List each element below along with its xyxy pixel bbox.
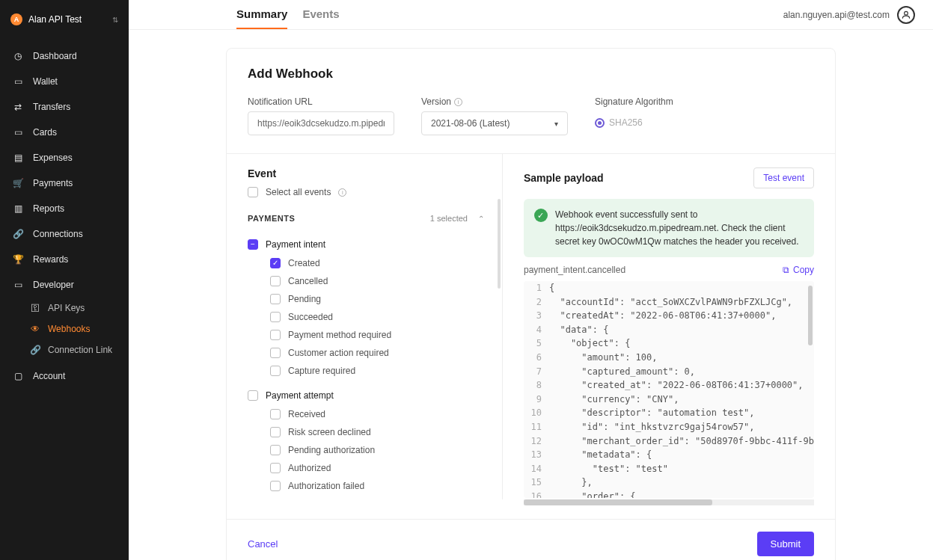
key-icon: ⚿ [30, 303, 40, 313]
line-number: 11 [524, 420, 549, 434]
nav-rewards[interactable]: 🏆Rewards [0, 247, 129, 272]
code-line: 10 "descriptor": "automation test", [524, 406, 814, 420]
line-text: "metadata": { [549, 448, 652, 462]
line-text: "createdAt": "2022-06-08T06:41:37+0000", [549, 309, 776, 323]
event-child: Cancelled [248, 272, 502, 290]
tab-summary[interactable]: Summary [236, 0, 287, 29]
card-icon: ▭ [12, 126, 24, 138]
nav-api-keys[interactable]: ⚿API Keys [0, 298, 129, 319]
event-child: Succeeded [248, 308, 502, 326]
scrollbar[interactable] [808, 286, 813, 345]
line-number: 8 [524, 378, 549, 393]
nav-cards[interactable]: ▭Cards [0, 120, 129, 145]
scrollbar[interactable] [498, 199, 501, 289]
version-select[interactable]: 2021-08-06 (Latest) ▾ [421, 111, 568, 135]
event-child: ✓Created [248, 254, 502, 272]
url-input[interactable] [248, 111, 394, 135]
sig-field: Signature Algorithm SHA256 [595, 96, 673, 135]
event-child-label: Authorization failed [288, 481, 364, 491]
webhook-card: Add Webhook Notification URL Versioni 20… [226, 48, 836, 560]
event-child: Payment method required [248, 326, 502, 344]
submit-button[interactable]: Submit [757, 532, 814, 556]
nav-wallet[interactable]: ▭Wallet [0, 69, 129, 94]
content: Add Webhook Notification URL Versioni 20… [129, 30, 933, 560]
event-child: Authorization failed [248, 477, 502, 495]
info-icon[interactable]: i [454, 98, 462, 106]
line-number: 2 [524, 295, 549, 310]
form-row: Notification URL Versioni 2021-08-06 (La… [227, 96, 835, 154]
sidebar: A Alan API Test ⇅ ◷Dashboard ▭Wallet ⇄Tr… [0, 0, 129, 560]
code-line: 5 "object": { [524, 336, 814, 351]
nav-account[interactable]: ▢Account [0, 363, 129, 389]
payments-section[interactable]: PAYMENTS 1 selected ⌃ [248, 208, 502, 229]
line-text: "order": { [549, 490, 636, 498]
info-icon[interactable]: i [338, 188, 346, 197]
line-text: "currency": "CNY", [549, 393, 679, 407]
checkbox[interactable] [270, 427, 281, 437]
nav-dashboard[interactable]: ◷Dashboard [0, 43, 129, 69]
user-area: alan.nguyen.api@test.com [783, 6, 915, 24]
checkbox[interactable] [248, 390, 258, 401]
checkbox[interactable] [270, 463, 281, 473]
topbar: Summary Events alan.nguyen.api@test.com [129, 0, 933, 30]
nav-connection-link[interactable]: 🔗Connection Link [0, 339, 129, 360]
sha256-label: SHA256 [609, 117, 643, 128]
gauge-icon: ◷ [12, 50, 24, 62]
checkbox[interactable] [270, 445, 281, 455]
tabs: Summary Events [236, 0, 340, 29]
report-icon: ▥ [12, 203, 24, 215]
checkbox[interactable] [270, 330, 281, 340]
checkbox[interactable] [270, 312, 281, 322]
line-text: }, [549, 476, 593, 490]
url-field: Notification URL [248, 96, 394, 135]
test-event-button[interactable]: Test event [753, 167, 814, 188]
account-switcher[interactable]: A Alan API Test ⇅ [0, 7, 129, 31]
code-block[interactable]: 1{2 "accountId": "acct_SoWXCZvlPAWN9rbFZ… [524, 281, 814, 498]
account-name: Alan API Test [28, 14, 106, 25]
nav-payments[interactable]: 🛒Payments [0, 170, 129, 196]
checkbox[interactable] [270, 294, 281, 304]
link-icon: 🔗 [12, 228, 24, 240]
event-group-label: Payment attempt [266, 390, 334, 401]
event-child-label: Risk screen declined [288, 427, 371, 437]
cancel-button[interactable]: Cancel [248, 538, 278, 550]
checkbox[interactable] [270, 366, 281, 376]
payload-pane: Sample payload Test event ✓ Webhook even… [503, 154, 835, 519]
checkbox[interactable] [270, 348, 281, 358]
nav-connections[interactable]: 🔗Connections [0, 221, 129, 247]
checkbox[interactable] [270, 409, 281, 419]
event-child-label: Pending [288, 294, 321, 304]
success-alert: ✓ Webhook event successfully sent to htt… [524, 199, 814, 257]
line-text: "accountId": "acct_SoWXCZvlPAWN9rbFZXLJC… [549, 295, 792, 310]
account-avatar: A [10, 13, 22, 25]
nav-developer[interactable]: ▭Developer [0, 272, 129, 298]
code-line: 6 "amount": 100, [524, 351, 814, 365]
event-child-label: Created [288, 258, 320, 268]
code-line: 7 "captured_amount": 0, [524, 365, 814, 379]
sha256-radio[interactable] [595, 118, 605, 128]
event-child-label: Succeeded [288, 312, 333, 322]
checkbox[interactable]: − [248, 239, 258, 250]
checkbox[interactable]: ✓ [270, 258, 281, 268]
line-number: 13 [524, 448, 549, 462]
tab-events[interactable]: Events [302, 0, 339, 29]
trophy-icon: 🏆 [12, 253, 24, 265]
checkbox[interactable] [270, 276, 281, 286]
scrollbar[interactable] [524, 499, 814, 505]
line-text: "id": "int_hkstvzrc9gaj54row57", [549, 420, 755, 434]
user-avatar-icon[interactable] [897, 6, 915, 24]
event-child-label: Customer action required [288, 348, 389, 358]
code-line: 2 "accountId": "acct_SoWXCZvlPAWN9rbFZXL… [524, 295, 814, 310]
line-number: 14 [524, 462, 549, 476]
checkbox[interactable] [270, 481, 281, 491]
copy-button[interactable]: ⧉ Copy [783, 265, 814, 275]
select-all-checkbox[interactable] [248, 187, 258, 197]
nav-transfers[interactable]: ⇄Transfers [0, 94, 129, 120]
wallet-icon: ▭ [12, 76, 24, 87]
event-title: Event [248, 167, 502, 179]
nav-webhooks[interactable]: 👁Webhooks [0, 319, 129, 339]
sig-label: Signature Algorithm [595, 96, 673, 107]
event-type-name: payment_intent.cancelled [524, 265, 625, 275]
nav-reports[interactable]: ▥Reports [0, 196, 129, 221]
nav-expenses[interactable]: ▤Expenses [0, 145, 129, 170]
